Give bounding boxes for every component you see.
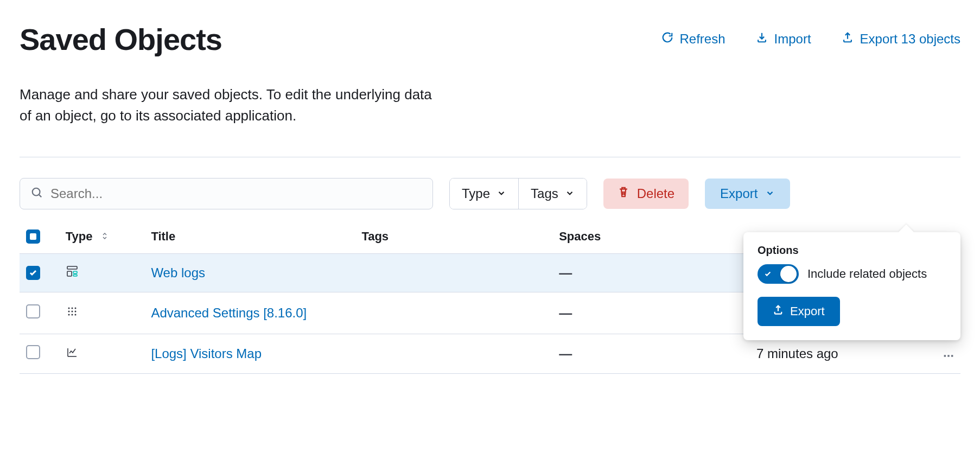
popover-options-title: Options bbox=[758, 244, 946, 257]
search-icon bbox=[31, 187, 43, 201]
page-description: Manage and share your saved objects. To … bbox=[20, 84, 443, 126]
row-title-link[interactable]: [Logs] Visitors Map bbox=[151, 346, 262, 361]
svg-point-9 bbox=[71, 311, 73, 313]
data-view-icon bbox=[66, 265, 79, 278]
export-icon bbox=[842, 31, 854, 47]
svg-point-0 bbox=[33, 188, 40, 196]
export-all-button[interactable]: Export 13 objects bbox=[842, 31, 960, 47]
refresh-button[interactable]: Refresh bbox=[661, 31, 726, 47]
svg-rect-1 bbox=[67, 266, 77, 269]
page-title: Saved Objects bbox=[20, 22, 222, 57]
svg-point-10 bbox=[74, 311, 76, 313]
filter-group: Type Tags bbox=[449, 178, 587, 209]
import-label: Import bbox=[774, 31, 811, 47]
tags-filter-label: Tags bbox=[531, 186, 558, 201]
svg-point-6 bbox=[71, 308, 73, 309]
svg-point-12 bbox=[71, 314, 73, 316]
column-header-tags-label: Tags bbox=[361, 229, 389, 243]
export-dropdown-button[interactable]: Export bbox=[705, 178, 790, 209]
column-header-type-label: Type bbox=[66, 229, 93, 243]
popover-export-button[interactable]: Export bbox=[758, 297, 840, 326]
row-updated: 7 minutes ago bbox=[756, 346, 838, 361]
svg-point-13 bbox=[74, 314, 76, 316]
export-icon bbox=[773, 304, 784, 318]
svg-rect-3 bbox=[73, 271, 77, 273]
include-related-label: Include related objects bbox=[807, 267, 927, 281]
svg-point-11 bbox=[68, 314, 69, 316]
import-button[interactable]: Import bbox=[756, 31, 811, 47]
column-header-title-label: Title bbox=[151, 229, 175, 243]
row-spaces: — bbox=[559, 265, 572, 280]
toolbar: Type Tags Delete Export bbox=[20, 178, 960, 209]
row-actions-button[interactable] bbox=[943, 346, 954, 361]
svg-rect-4 bbox=[73, 275, 77, 276]
svg-rect-2 bbox=[67, 271, 72, 276]
column-header-spaces[interactable]: Spaces bbox=[552, 219, 750, 254]
row-title-link[interactable]: Advanced Settings [8.16.0] bbox=[151, 305, 307, 320]
refresh-icon bbox=[661, 31, 673, 47]
sort-icon bbox=[100, 232, 109, 240]
include-related-toggle[interactable] bbox=[758, 264, 799, 284]
chevron-down-icon bbox=[565, 186, 575, 201]
type-filter-label: Type bbox=[462, 186, 490, 201]
header-actions: Refresh Import Export 13 objects bbox=[661, 22, 961, 47]
row-spaces: — bbox=[559, 346, 572, 361]
column-header-type[interactable]: Type bbox=[59, 219, 145, 254]
row-checkbox[interactable] bbox=[26, 266, 40, 280]
svg-point-7 bbox=[74, 308, 76, 309]
include-related-row: Include related objects bbox=[758, 264, 946, 284]
delete-button[interactable]: Delete bbox=[603, 178, 689, 209]
svg-rect-16 bbox=[951, 355, 953, 356]
delete-label: Delete bbox=[637, 186, 674, 201]
row-spaces: — bbox=[559, 305, 572, 320]
toggle-thumb bbox=[780, 266, 797, 282]
row-title-link[interactable]: Web logs bbox=[151, 265, 205, 280]
column-header-tags[interactable]: Tags bbox=[355, 219, 552, 254]
svg-point-8 bbox=[68, 311, 69, 313]
row-checkbox[interactable] bbox=[26, 304, 40, 318]
import-icon bbox=[756, 31, 768, 47]
column-header-title[interactable]: Title bbox=[144, 219, 355, 254]
svg-rect-14 bbox=[944, 355, 946, 356]
grid-icon bbox=[66, 305, 79, 318]
svg-rect-15 bbox=[947, 355, 949, 356]
export-dropdown-label: Export bbox=[720, 186, 758, 201]
svg-point-5 bbox=[68, 308, 69, 309]
type-filter-button[interactable]: Type bbox=[450, 178, 518, 209]
export-all-label: Export 13 objects bbox=[860, 31, 960, 47]
chevron-down-icon bbox=[497, 186, 506, 201]
tags-filter-button[interactable]: Tags bbox=[518, 178, 587, 209]
select-all-checkbox[interactable] bbox=[26, 229, 40, 244]
popover-export-label: Export bbox=[790, 304, 825, 318]
row-checkbox[interactable] bbox=[26, 345, 40, 359]
column-header-spaces-label: Spaces bbox=[559, 229, 601, 243]
divider bbox=[20, 157, 960, 157]
trash-icon bbox=[618, 186, 629, 201]
export-popover: Options Include related objects Export bbox=[743, 232, 960, 340]
map-chart-icon bbox=[66, 346, 79, 359]
chevron-down-icon bbox=[765, 186, 775, 201]
search-input[interactable] bbox=[50, 186, 422, 201]
search-box[interactable] bbox=[20, 178, 433, 209]
refresh-label: Refresh bbox=[680, 31, 726, 47]
